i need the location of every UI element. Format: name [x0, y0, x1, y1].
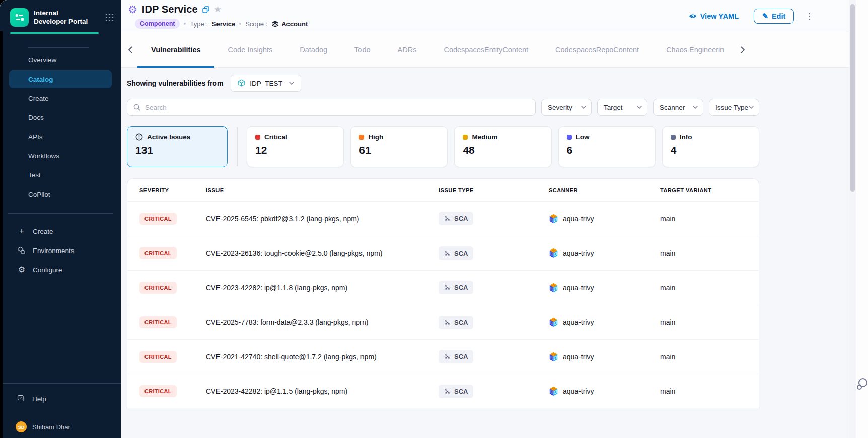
entity-meta: Component Type : Service Scope : Account	[135, 19, 308, 29]
active-issues-label: Active Issues	[147, 133, 190, 141]
severity-card[interactable]: High 61	[350, 126, 448, 167]
entity-tab[interactable]: ADRs	[384, 32, 430, 67]
sidebar-nav: Overview Catalog Create Docs APIs Workfl…	[0, 51, 121, 203]
page-scrollbar[interactable]	[849, 0, 856, 438]
sidebar-item-environments[interactable]: Environments	[0, 241, 121, 260]
active-issues-card[interactable]: Active Issues 131	[127, 126, 228, 167]
severity-card[interactable]: Critical 12	[247, 126, 344, 167]
gear-icon: ⚙	[17, 266, 26, 274]
sidebar-nav-item[interactable]: Overview	[9, 51, 112, 69]
entity-tab[interactable]: Code Insights	[214, 32, 286, 67]
filter-label: Issue Type	[715, 104, 748, 111]
sidebar-nav-item[interactable]: APIs	[9, 128, 112, 146]
entity-tab[interactable]: Vulnerabilities	[137, 32, 214, 67]
sidebar-divider	[28, 47, 89, 48]
search-input[interactable]	[145, 104, 529, 111]
scanner-name: aqua-trivy	[563, 249, 594, 257]
severity-label: High	[368, 133, 383, 141]
severity-card[interactable]: Low 6	[558, 126, 656, 167]
col-target-variant: TARGET VARIANT	[660, 187, 759, 193]
sidebar-nav-item[interactable]: Create	[9, 89, 112, 107]
sidebar-nav-label: Test	[28, 171, 41, 179]
filter-select[interactable]: Issue Type	[709, 99, 759, 116]
col-severity: SEVERITY	[139, 187, 206, 193]
entity-tab[interactable]: CodespacesRepoContent	[542, 32, 653, 67]
filter-select[interactable]: Scanner	[653, 99, 703, 116]
type-value: Service	[212, 20, 235, 28]
favorite-star-icon[interactable]: ★	[214, 5, 222, 14]
copy-icon[interactable]	[202, 6, 209, 13]
search-icon	[133, 104, 140, 111]
help-button[interactable]: ? Help	[0, 391, 121, 406]
table-row[interactable]: CRITICAL CVE-2023-26136: tough-cookie@2.…	[127, 236, 759, 271]
svg-text:?: ?	[20, 396, 22, 400]
entity-tab[interactable]: Datadog	[286, 32, 341, 67]
table-row[interactable]: CRITICAL CVE-2023-42282: ip@1.1.5 (lang-…	[127, 374, 759, 409]
sidebar-nav-item[interactable]: Test	[9, 166, 112, 184]
severity-count: 12	[255, 144, 335, 156]
severity-card[interactable]: Medium 48	[454, 126, 551, 167]
table-row[interactable]: CRITICAL CVE-2023-42282: ip@1.1.8 (lang-…	[127, 270, 759, 305]
severity-dot	[255, 135, 260, 140]
sidebar-footer: ? Help SD Shibam Dhar	[0, 383, 121, 438]
scanner-name: aqua-trivy	[563, 318, 594, 326]
sidebar-nav-item[interactable]: Workflows	[9, 147, 112, 165]
tabs-scroll-left-icon[interactable]	[128, 46, 132, 53]
filter-label: Severity	[548, 104, 572, 111]
sidebar-item-configure[interactable]: ⚙ Configure	[0, 260, 121, 279]
user-profile[interactable]: SD Shibam Dhar	[0, 417, 121, 437]
chevron-down-icon	[693, 106, 698, 109]
issue-type-pill: SCA	[439, 281, 473, 294]
entity-tab[interactable]: CodespacesEntityContent	[430, 32, 542, 67]
severity-count: 4	[671, 144, 751, 156]
sidebar-nav-label: Catalog	[28, 76, 53, 83]
stats-divider	[237, 127, 238, 166]
severity-badge: CRITICAL	[139, 247, 177, 259]
kind-badge: Component	[135, 19, 180, 29]
support-chat-icon[interactable]	[856, 377, 868, 391]
tab-label: Code Insights	[228, 46, 273, 54]
filter-select[interactable]: Severity	[541, 99, 592, 116]
sidebar-nav-item[interactable]: Docs	[9, 108, 112, 127]
sidebar-nav-item[interactable]: CoPilot	[9, 185, 112, 203]
entity-tab[interactable]: Chaos Engineerin	[653, 32, 738, 67]
filters-strip: Severity Target Scanner Issue Type	[541, 99, 759, 116]
tabs-scroll-right-icon[interactable]	[741, 46, 745, 53]
more-options-kebab-icon[interactable]: ⋮	[805, 12, 814, 21]
issue-type-label: SCA	[454, 319, 468, 326]
table-row[interactable]: CRITICAL CVE-2021-42740: shell-quote@1.7…	[127, 339, 759, 374]
severity-dot	[671, 135, 676, 140]
alert-circle-icon	[135, 133, 143, 141]
issue-type-label: SCA	[454, 388, 468, 395]
help-label: Help	[32, 395, 46, 403]
view-yaml-button[interactable]: View YAML	[689, 12, 739, 20]
scrollbar-thumb[interactable]	[850, 4, 855, 192]
col-scanner: SCANNER	[549, 187, 660, 193]
apps-grid-icon[interactable]	[105, 13, 114, 22]
table-row[interactable]: CRITICAL CVE-2025-6545: pbkdf2@3.1.2 (la…	[127, 201, 759, 236]
sidebar-item-create[interactable]: + Create	[0, 222, 121, 241]
sidebar-logo-row: Internal Developer Portal	[0, 0, 121, 29]
sidebar-nav-item[interactable]: Catalog	[9, 70, 112, 88]
scanner-cell: aqua-trivy	[549, 317, 660, 327]
issue-type-pill: SCA	[439, 246, 473, 260]
vulnerabilities-panel: Showing vulnerabilities from IDP_TEST	[121, 68, 849, 438]
col-issue: ISSUE	[206, 187, 439, 193]
sidebar-nav-label: Workflows	[28, 152, 59, 160]
avatar: SD	[16, 421, 27, 432]
target-variant: main	[660, 387, 759, 395]
title-row: ⚙ IDP Service ★	[128, 4, 222, 15]
filter-label: Target	[604, 104, 623, 111]
severity-card[interactable]: Info 4	[662, 126, 759, 167]
sidebar-actions: + Create Environments ⚙ Configure	[0, 222, 121, 279]
filter-select[interactable]: Target	[597, 99, 647, 116]
entity-tab[interactable]: Todo	[341, 32, 384, 67]
scope-label: Scope :	[245, 20, 267, 28]
portal-logo-icon	[10, 8, 29, 27]
sidebar-action-label: Create	[33, 228, 53, 235]
fingerprint-icon	[444, 250, 451, 257]
table-row[interactable]: CRITICAL CVE-2025-7783: form-data@2.3.3 …	[127, 305, 759, 340]
severity-badge: CRITICAL	[139, 351, 177, 363]
source-select[interactable]: IDP_TEST	[231, 75, 301, 92]
edit-button[interactable]: ✎ Edit	[754, 9, 794, 24]
